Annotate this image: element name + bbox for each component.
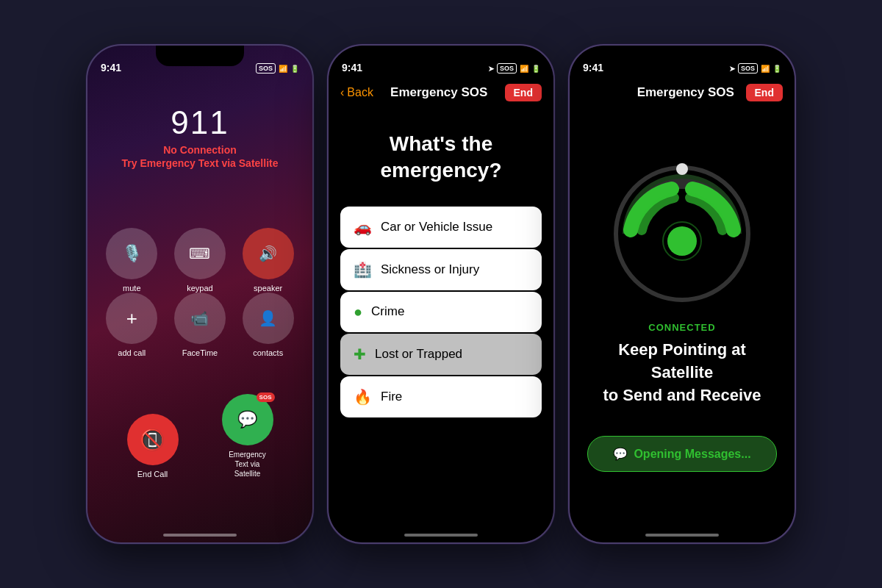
- speaker-label: speaker: [254, 284, 282, 293]
- svg-point-1: [676, 163, 688, 175]
- signal-svg: [609, 160, 756, 307]
- satellite-btn-wrap: 💬 SOS EmergencyText viaSatellite: [222, 394, 273, 478]
- option-car-label: Car or Vehicle Issue: [381, 220, 492, 234]
- notch: [156, 46, 244, 66]
- home-indicator-1: [163, 534, 237, 537]
- status-icons-1: SOS 📶 🔋: [256, 63, 299, 74]
- mute-button[interactable]: 🎙️: [106, 228, 157, 279]
- speaker-wrap: 🔊 speaker: [241, 228, 295, 293]
- call-buttons-row2: + add call 📹 FaceTime 👤 contacts: [87, 293, 312, 357]
- back-chevron-icon: ‹: [340, 86, 344, 99]
- facetime-wrap: 📹 FaceTime: [173, 293, 227, 357]
- nav-title-2: Emergency SOS: [390, 85, 487, 100]
- connected-message: Keep Pointing at Satellite to Send and R…: [570, 333, 795, 436]
- no-connection-label: No Connection: [87, 144, 312, 156]
- contacts-wrap: 👤 contacts: [241, 293, 295, 357]
- end-call-label: End Call: [137, 470, 168, 478]
- option-crime[interactable]: ● Crime: [340, 292, 542, 332]
- facetime-button[interactable]: 📹: [174, 293, 226, 344]
- try-satellite-label: Try Emergency Text via Satellite: [87, 157, 312, 169]
- notch-2: [397, 46, 485, 66]
- end-call-button[interactable]: 📵: [127, 414, 179, 465]
- location-icon-2: ➤: [488, 65, 494, 73]
- phone-2: 9:41 ➤ SOS 📶 🔋 ‹ Back Emergency SOS End …: [327, 44, 555, 544]
- location-icon-3: ➤: [729, 65, 735, 73]
- sickness-icon: 🏥: [354, 261, 372, 279]
- battery-icon-2: 🔋: [531, 65, 540, 73]
- end-call-icon: 📵: [140, 428, 165, 452]
- add-call-label: add call: [118, 348, 146, 357]
- battery-icon-1: 🔋: [290, 65, 299, 73]
- signal-icon-2: 📶: [520, 65, 528, 73]
- mute-wrap: 🎙️ mute: [105, 228, 159, 293]
- contacts-icon: 👤: [259, 309, 277, 327]
- contacts-button[interactable]: 👤: [243, 293, 294, 344]
- call-bottom-buttons: 📵 End Call 💬 SOS EmergencyText viaSatell…: [87, 372, 312, 508]
- mute-label: mute: [123, 284, 140, 293]
- keypad-wrap: ⌨ keypad: [173, 228, 227, 293]
- add-call-wrap: + add call: [105, 293, 159, 357]
- option-fire[interactable]: 🔥 Fire: [340, 376, 542, 417]
- open-messages-button[interactable]: 💬 Opening Messages...: [587, 436, 777, 472]
- status-icons-3: ➤ SOS 📶 🔋: [729, 63, 781, 74]
- speaker-button[interactable]: 🔊: [243, 228, 294, 279]
- car-icon: 🚗: [354, 218, 372, 236]
- satellite-icon: 💬: [237, 410, 257, 429]
- nav-title-3: Emergency SOS: [637, 85, 734, 100]
- emergency-question: What's the emergency?: [329, 109, 553, 207]
- add-call-icon: +: [126, 307, 137, 330]
- phone1-screen: 9:41 SOS 📶 🔋 911 No Connection Try Emerg…: [87, 46, 312, 542]
- phone-1: 9:41 SOS 📶 🔋 911 No Connection Try Emerg…: [86, 44, 314, 544]
- status-icons-2: ➤ SOS 📶 🔋: [488, 63, 540, 74]
- status-time-1: 9:41: [101, 62, 121, 74]
- emergency-options: 🚗 Car or Vehicle Issue 🏥 Sickness or Inj…: [329, 207, 553, 417]
- add-call-button[interactable]: +: [106, 293, 157, 344]
- connected-label: CONNECTED: [570, 322, 795, 333]
- facetime-label: FaceTime: [182, 348, 218, 357]
- option-sickness[interactable]: 🏥 Sickness or Injury: [340, 249, 542, 290]
- sos-badge: SOS: [257, 392, 275, 402]
- option-crime-label: Crime: [371, 304, 404, 319]
- fire-icon: 🔥: [354, 388, 372, 406]
- end-call-wrap: 📵 End Call: [127, 414, 179, 478]
- contacts-label: contacts: [253, 348, 283, 357]
- option-fire-label: Fire: [381, 390, 402, 404]
- mute-icon: 🎙️: [122, 244, 142, 263]
- facetime-icon: 📹: [190, 309, 209, 327]
- call-buttons-row1: 🎙️ mute ⌨ keypad 🔊 speaker: [87, 198, 312, 293]
- sos-label-2: SOS: [497, 63, 517, 74]
- phone3-screen: 9:41 ➤ SOS 📶 🔋 Emergency SOS End: [570, 46, 795, 542]
- keypad-label: keypad: [187, 284, 212, 293]
- sos-label-3: SOS: [738, 63, 758, 74]
- notch-3: [638, 46, 726, 66]
- end-button-2[interactable]: End: [505, 84, 542, 101]
- svg-point-2: [667, 226, 697, 256]
- option-car[interactable]: 🚗 Car or Vehicle Issue: [340, 207, 542, 248]
- satellite-signal-graphic: [570, 160, 795, 307]
- sos-label-1: SOS: [256, 63, 276, 74]
- satellite-button[interactable]: 💬 SOS: [222, 394, 273, 445]
- signal-icon-3: 📶: [761, 65, 770, 73]
- option-lost-label: Lost or Trapped: [375, 347, 462, 362]
- signal-icon-1: 📶: [279, 65, 287, 73]
- messages-icon: 💬: [613, 447, 628, 461]
- back-button[interactable]: ‹ Back: [340, 86, 373, 99]
- phone2-screen: 9:41 ➤ SOS 📶 🔋 ‹ Back Emergency SOS End …: [329, 46, 553, 542]
- satellite-label: EmergencyText viaSatellite: [229, 450, 266, 478]
- end-button-3[interactable]: End: [746, 84, 783, 101]
- option-lost[interactable]: ✚ Lost or Trapped: [340, 334, 542, 375]
- home-indicator-3: [645, 534, 719, 537]
- crime-icon: ●: [354, 304, 362, 320]
- caller-number: 911: [87, 104, 312, 141]
- phone-3: 9:41 ➤ SOS 📶 🔋 Emergency SOS End: [568, 44, 796, 544]
- keypad-icon: ⌨: [189, 245, 210, 262]
- back-label: Back: [347, 86, 373, 99]
- status-time-2: 9:41: [342, 62, 362, 74]
- option-sickness-label: Sickness or Injury: [381, 262, 479, 277]
- keypad-button[interactable]: ⌨: [174, 228, 226, 279]
- open-messages-label: Opening Messages...: [634, 448, 750, 461]
- home-indicator-2: [404, 534, 478, 537]
- status-time-3: 9:41: [583, 62, 603, 74]
- speaker-icon: 🔊: [259, 245, 277, 262]
- lost-icon: ✚: [354, 345, 366, 363]
